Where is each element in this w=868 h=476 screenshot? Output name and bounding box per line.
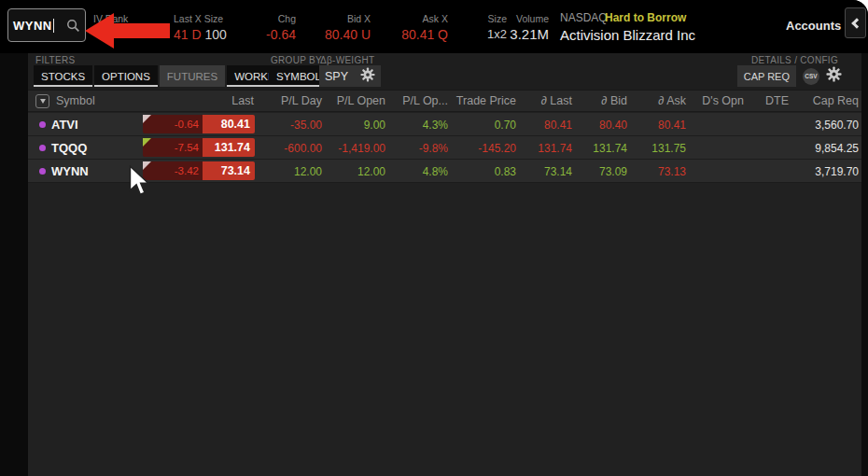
bid-x-label: Bid X	[308, 13, 371, 24]
filter-stocks-button[interactable]: STOCKS	[34, 65, 92, 87]
badge-change-value: -7.54	[143, 138, 203, 157]
table-rows: ATVI-0.6480.41-35.009.004.3%0.7080.4180.…	[28, 113, 868, 183]
cell: 4.3%	[423, 119, 448, 132]
filter-options-button[interactable]: OPTIONS	[94, 65, 158, 87]
symbol-search-value: WYNN	[13, 19, 52, 33]
cell: -1,419.00	[338, 142, 385, 155]
column-header--ask[interactable]: ∂ Ask	[658, 94, 686, 107]
last-x-size-label: Last X Size	[174, 13, 223, 24]
cell: -145.20	[478, 142, 516, 155]
select-all-dropdown-icon[interactable]	[35, 94, 49, 108]
bid-x-value: 80.40 U	[299, 27, 371, 42]
cell: 12.00	[357, 165, 385, 178]
column-header-dte[interactable]: DTE	[765, 94, 789, 107]
column-header-last[interactable]: Last	[231, 94, 254, 107]
ask-x-value: 80.41 Q	[373, 27, 448, 42]
badge-change-value: -0.64	[143, 115, 203, 133]
cell: 80.40	[599, 119, 627, 132]
volume-label: Volume	[504, 13, 549, 24]
annotation-arrow-icon	[85, 11, 170, 54]
cell: 4.8%	[423, 165, 448, 178]
badge-last-value: 80.41	[203, 115, 255, 133]
group-by-label: GROUP BY	[271, 55, 322, 65]
exchange-label: NASDAQ	[560, 11, 608, 24]
cell: -9.8%	[419, 142, 448, 155]
app-window: WYNN IV Rank Last X Size 41 D 100 Chg -0…	[0, 0, 868, 476]
last-value: 41 D	[174, 27, 202, 42]
cell: 131.74	[538, 142, 572, 155]
cell: 3,560.70	[815, 119, 859, 132]
table-row-tqqq[interactable]: TQQQ-7.54131.74-600.00-1,419.00-9.8%-145…	[28, 136, 868, 160]
cell: 0.83	[495, 165, 516, 178]
cell: -35.00	[290, 119, 322, 132]
cell: 12.00	[294, 165, 322, 178]
beta-weight-selector[interactable]: SPY	[319, 65, 381, 87]
column-header--bid[interactable]: ∂ Bid	[601, 94, 627, 107]
price-badge: -7.54131.74	[143, 138, 255, 157]
badge-last-value: 73.14	[203, 161, 255, 180]
column-header-d-s-opn[interactable]: D's Opn	[702, 94, 744, 107]
filters-label: FILTERS	[35, 55, 75, 65]
badge-change-value: -3.42	[143, 161, 203, 180]
cell: 9,854.25	[815, 142, 859, 155]
filter-futures-button[interactable]: FUTURES	[160, 65, 225, 87]
text-caret	[53, 19, 54, 33]
symbol-search-input[interactable]: WYNN	[7, 8, 86, 42]
instrument-dot-icon	[39, 121, 46, 128]
column-header-trade-price[interactable]: Trade Price	[456, 94, 516, 107]
cell: -600.00	[284, 142, 322, 155]
symbol-label: WYNN	[51, 164, 89, 178]
column-header--last[interactable]: ∂ Last	[541, 94, 572, 107]
badge-last-value: 131.74	[203, 138, 255, 157]
instrument-dot-icon	[39, 145, 46, 151]
price-badge: -3.4273.14	[143, 161, 255, 180]
company-name: Activision Blizzard Inc	[560, 27, 695, 43]
table-row-atvi[interactable]: ATVI-0.6480.41-35.009.004.3%0.7080.4180.…	[28, 113, 868, 136]
cell: 131.75	[651, 142, 686, 155]
cell: 80.41	[658, 119, 686, 132]
corner-flag-icon	[143, 161, 151, 170]
column-header-symbol[interactable]: Symbol	[56, 94, 95, 107]
quote-bar: WYNN IV Rank Last X Size 41 D 100 Chg -0…	[0, 0, 868, 53]
column-header-cap-req[interactable]: Cap Req	[813, 94, 859, 107]
size-label: Size	[469, 13, 507, 24]
left-sidebar	[0, 53, 28, 476]
column-header-p-l-day[interactable]: P/L Day	[281, 94, 322, 107]
chg-label: Chg	[252, 13, 296, 24]
cell: 73.13	[658, 165, 686, 178]
gear-icon[interactable]	[360, 67, 375, 86]
ask-x-label: Ask X	[385, 13, 448, 24]
cell: 0.70	[495, 119, 516, 132]
chevron-left-icon	[851, 18, 861, 28]
beta-weight-label: Δβ-WEIGHT	[320, 55, 374, 65]
column-header-p-l-op-[interactable]: P/L Op...	[402, 94, 448, 107]
right-edge-panel	[861, 53, 868, 476]
corner-flag-icon	[143, 138, 151, 147]
last-size-value: 100	[204, 27, 226, 42]
table-row-wynn[interactable]: WYNN-3.4273.1412.0012.004.8%0.8373.1473.…	[28, 160, 868, 183]
symbol-label: TQQQ	[51, 141, 87, 155]
column-header-p-l-open[interactable]: P/L Open	[337, 94, 385, 107]
price-badge: -0.6480.41	[143, 115, 255, 133]
cell: 80.41	[544, 119, 572, 132]
beta-weight-value: SPY	[325, 70, 355, 83]
volume-value: 3.21M	[500, 26, 549, 42]
instrument-dot-icon	[39, 168, 46, 175]
trading-platform: WYNN IV Rank Last X Size 41 D 100 Chg -0…	[0, 0, 868, 476]
borrow-status-badge: Hard to Borrow	[605, 11, 686, 24]
collapse-panel-button[interactable]	[845, 7, 866, 38]
settings-gear-icon[interactable]	[826, 66, 842, 86]
symbol-label: ATVI	[51, 118, 78, 132]
cell: 73.14	[544, 165, 572, 178]
last-x-size-value: 41 D 100	[174, 27, 227, 42]
details-config-label: DETAILS / CONFIG	[751, 55, 838, 65]
filters-toolbar: FILTERS STOCKSOPTIONSFUTURESWORKINGCLOSE…	[28, 53, 868, 90]
cell: 131.74	[593, 142, 627, 155]
accounts-label: Accounts	[786, 19, 841, 33]
search-icon[interactable]	[66, 19, 80, 33]
cap-req-button[interactable]: CAP REQ	[737, 65, 796, 87]
table-header: SymbolLastP/L DayP/L OpenP/L Op...Trade …	[28, 90, 868, 112]
cell: 73.09	[599, 165, 627, 178]
cell: 9.00	[364, 119, 385, 132]
csv-export-icon[interactable]: CSV	[803, 68, 819, 85]
